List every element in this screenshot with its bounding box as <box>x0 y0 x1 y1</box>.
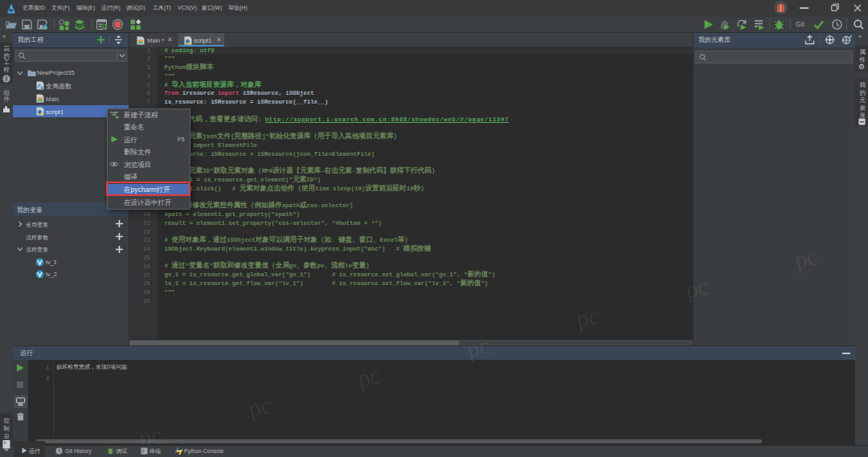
svg-text:Git: Git <box>796 20 805 28</box>
